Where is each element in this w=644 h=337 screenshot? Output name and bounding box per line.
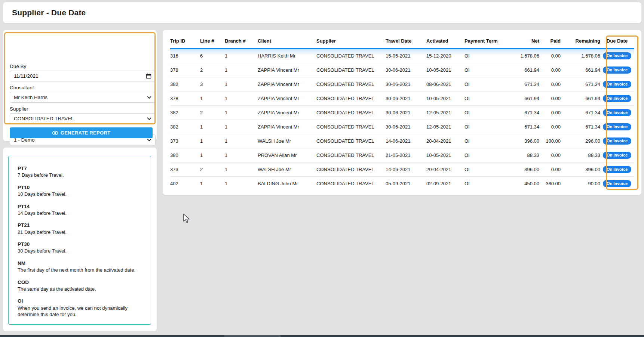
calendar-icon[interactable] (146, 73, 151, 79)
table-cell: 396.00 (561, 162, 600, 176)
table-cell: 1 (200, 91, 225, 105)
legend-description: When you send an invoice, we can not dyn… (18, 305, 142, 318)
table-cell: ZAPPIA Vincent Mr (258, 105, 316, 120)
table-cell: 10-05-2021 (426, 63, 464, 77)
table-cell: 661.94 (561, 91, 600, 105)
table-cell: 100.00 (539, 134, 561, 148)
table-cell: 671.34 (509, 120, 539, 134)
table-cell: WALSH Joe Mr (258, 162, 316, 176)
table-cell: 373 (170, 162, 200, 176)
table-cell: 12-05-2021 (426, 105, 464, 120)
table-cell: 88.33 (561, 148, 600, 162)
table-cell: OI (464, 49, 509, 63)
table-cell: 15-05-2021 (386, 49, 426, 63)
table-cell: CONSOLIDATED TRAVEL (316, 105, 386, 120)
table-cell: BALDING John Mr (258, 176, 316, 191)
table-cell: 1 (225, 120, 258, 134)
table-cell: 382 (170, 105, 200, 120)
table-cell: 378 (170, 63, 200, 77)
column-header-remaining: Remaining (561, 34, 600, 49)
page-header-card: Supplier - Due Date (3, 2, 641, 23)
table-cell: 661.94 (561, 63, 600, 77)
legend-term: PT30 (18, 241, 142, 248)
table-row: 38231ZAPPIA Vincent MrCONSOLIDATED TRAVE… (170, 77, 634, 91)
table-cell: 1 (225, 162, 258, 176)
supplier-selected-value: CONSOLIDATED TRAVEL (14, 116, 74, 121)
table-cell: 671.34 (509, 105, 539, 120)
table-row: 38011PROVAN Allan MrCONSOLIDATED TRAVEL2… (170, 148, 634, 162)
table-cell: 671.34 (509, 77, 539, 91)
table-cell: 0.00 (539, 105, 561, 120)
table-cell: 0.00 (539, 63, 561, 77)
horizontal-scrollbar[interactable] (0, 335, 644, 337)
page-title: Supplier - Due Date (12, 8, 86, 17)
table-cell: 20-04-2021 (426, 162, 464, 176)
table-cell: HARRIS Keith Mr (258, 49, 316, 63)
table-row: 40211BALDING John MrCONSOLIDATED TRAVEL0… (170, 176, 634, 191)
legend-item-oi: OIWhen you send an invoice, we can not d… (18, 298, 142, 318)
table-cell: 1 (225, 176, 258, 191)
table-cell: ZAPPIA Vincent Mr (258, 91, 316, 105)
table-cell: CONSOLIDATED TRAVEL (316, 162, 386, 176)
table-cell: 10-05-2021 (426, 148, 464, 162)
report-table: Trip IDLine #Branch #ClientSupplierTrave… (170, 34, 634, 191)
legend-term: PT10 (18, 184, 142, 191)
filters-card: Due By 11/11/2021 Consultant Mr Keith Ha… (3, 30, 157, 141)
table-cell: 21-05-2021 (386, 148, 426, 162)
table-row: 31661HARRIS Keith MrCONSOLIDATED TRAVEL1… (170, 49, 634, 63)
mouse-cursor (183, 214, 192, 223)
due-date-cell: On Invoice (600, 77, 634, 91)
table-cell: 450.00 (509, 176, 539, 191)
column-header-payment-term: Payment Term (464, 34, 509, 49)
supplier-label: Supplier (10, 106, 156, 112)
table-cell: OI (464, 91, 509, 105)
table-cell: 02-09-2021 (426, 176, 464, 191)
table-cell: OI (464, 176, 509, 191)
table-row: 37821ZAPPIA Vincent MrCONSOLIDATED TRAVE… (170, 63, 634, 77)
on-invoice-badge: On Invoice (603, 137, 631, 145)
table-cell: 14-06-2021 (386, 162, 426, 176)
table-cell: CONSOLIDATED TRAVEL (316, 176, 386, 191)
on-invoice-badge: On Invoice (603, 109, 631, 116)
legend-card: PT77 Days before Travel.PT1010 Days befo… (3, 148, 157, 331)
table-cell: 1 (200, 134, 225, 148)
column-header-line: Line # (200, 34, 225, 49)
on-invoice-badge: On Invoice (603, 123, 631, 130)
table-cell: 0.00 (539, 91, 561, 105)
consultant-select[interactable]: Mr Keith Harris (10, 92, 156, 103)
legend-description: 30 Days before Travel. (18, 248, 142, 254)
on-invoice-badge: On Invoice (603, 152, 631, 159)
table-cell: CONSOLIDATED TRAVEL (316, 120, 386, 134)
column-header-travel-date: Travel Date (386, 34, 426, 49)
table-cell: 90.00 (561, 176, 600, 191)
column-header-client: Client (258, 34, 316, 49)
table-cell: 6 (200, 49, 225, 63)
table-row: 37311WALSH Joe MrCONSOLIDATED TRAVEL14-0… (170, 134, 634, 148)
due-by-date-value: 11/11/2021 (14, 73, 39, 79)
on-invoice-badge: On Invoice (603, 67, 631, 74)
column-header-trip-id: Trip ID (170, 34, 200, 49)
chevron-down-icon (147, 139, 151, 142)
generate-report-button[interactable]: GENERATE REPORT (10, 127, 153, 138)
supplier-select[interactable]: CONSOLIDATED TRAVEL (10, 113, 156, 124)
due-date-cell: On Invoice (600, 134, 634, 148)
legend-description: The first day of the next month from the… (18, 267, 142, 273)
table-cell: 30-06-2021 (386, 120, 426, 134)
table-cell: 12-05-2021 (426, 120, 464, 134)
due-date-cell: On Invoice (600, 63, 634, 77)
due-date-cell: On Invoice (600, 176, 634, 191)
table-cell: 661.94 (509, 91, 539, 105)
table-cell: 05-09-2021 (386, 176, 426, 191)
scrollbar-thumb[interactable] (224, 335, 280, 337)
eye-icon (52, 131, 58, 135)
table-cell: 30-06-2021 (386, 77, 426, 91)
table-cell: 1,678.06 (561, 49, 600, 63)
table-cell: 1 (225, 105, 258, 120)
table-row: 38211ZAPPIA Vincent MrCONSOLIDATED TRAVE… (170, 120, 634, 134)
table-cell: 402 (170, 176, 200, 191)
table-row: 38221ZAPPIA Vincent MrCONSOLIDATED TRAVE… (170, 105, 634, 120)
table-cell: 1 (225, 77, 258, 91)
due-by-date-input[interactable]: 11/11/2021 (10, 71, 156, 81)
on-invoice-badge: On Invoice (603, 180, 631, 187)
table-cell: CONSOLIDATED TRAVEL (316, 134, 386, 148)
